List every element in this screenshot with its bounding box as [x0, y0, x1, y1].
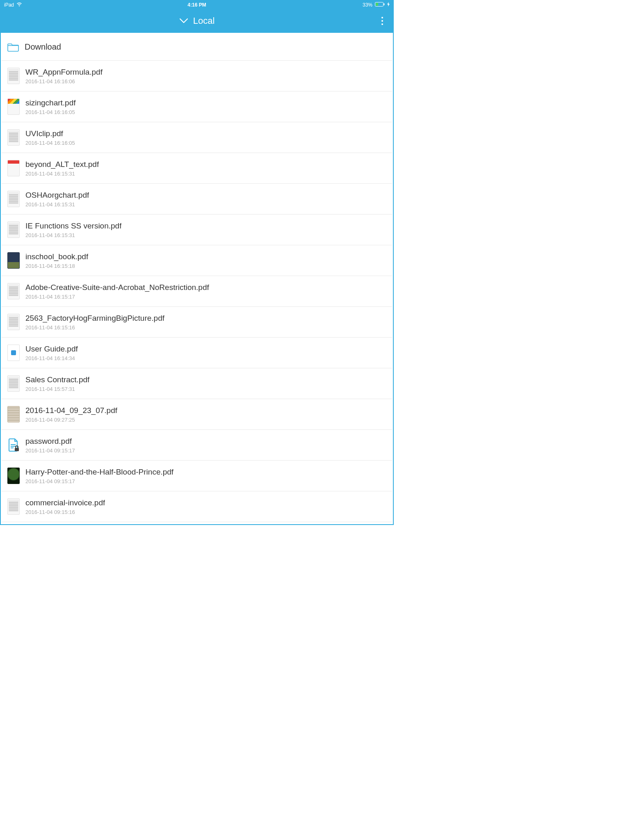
file-date: 2016-11-04 15:57:31: [25, 386, 89, 392]
file-thumbnail: [7, 129, 20, 146]
status-bar: iPad 4:16 PM 33%: [1, 1, 393, 9]
file-meta: Harry-Potter-and-the-Half-Blood-Prince.p…: [25, 468, 173, 484]
more-vertical-icon: [381, 17, 383, 25]
nav-title-dropdown[interactable]: Local: [179, 16, 215, 26]
file-row[interactable]: User Guide.pdf2016-11-04 16:14:34: [2, 338, 392, 368]
file-thumbnail: [7, 498, 20, 515]
file-meta: sizingchart.pdf2016-11-04 16:16:05: [25, 98, 76, 115]
battery-percent: 33%: [363, 2, 372, 8]
file-thumbnail: [7, 68, 20, 84]
file-meta: 2016-11-04_09_23_07.pdf2016-11-04 09:27:…: [25, 406, 117, 423]
file-date: 2016-11-04 16:15:16: [25, 324, 164, 331]
content-area: Download WR_AppnFormula.pdf2016-11-04 16…: [2, 34, 392, 523]
file-name: UVIclip.pdf: [25, 129, 75, 138]
device-label: iPad: [4, 2, 14, 8]
file-name: 2016-11-04_09_23_07.pdf: [25, 406, 117, 415]
file-name: inschool_book.pdf: [25, 252, 88, 261]
file-date: 2016-11-04 16:14:34: [25, 355, 78, 361]
file-thumbnail: [7, 406, 20, 422]
file-row[interactable]: beyond_ALT_text.pdf2016-11-04 16:15:31: [2, 153, 392, 184]
file-thumbnail: [7, 221, 20, 238]
file-date: 2016-11-04 16:15:31: [25, 171, 99, 177]
file-date: 2016-11-04 16:16:05: [25, 140, 75, 146]
file-meta: UVIclip.pdf2016-11-04 16:16:05: [25, 129, 75, 146]
folder-name: Download: [25, 42, 61, 52]
file-name: beyond_ALT_text.pdf: [25, 160, 99, 169]
file-date: 2016-11-04 16:16:05: [25, 109, 76, 115]
file-date: 2016-11-04 16:16:06: [25, 78, 103, 84]
file-thumbnail: [7, 160, 20, 176]
file-meta: User Guide.pdf2016-11-04 16:14:34: [25, 345, 78, 361]
file-name: sizingchart.pdf: [25, 98, 76, 107]
file-row[interactable]: OSHAorgchart.pdf2016-11-04 16:15:31: [2, 184, 392, 215]
file-name: Adobe-Creative-Suite-and-Acrobat_NoRestr…: [25, 283, 209, 292]
file-name: Harry-Potter-and-the-Half-Blood-Prince.p…: [25, 468, 173, 477]
file-meta: inschool_book.pdf2016-11-04 16:15:18: [25, 252, 88, 269]
file-meta: beyond_ALT_text.pdf2016-11-04 16:15:31: [25, 160, 99, 177]
file-thumbnail: [7, 98, 20, 115]
file-thumbnail: [7, 252, 20, 269]
file-thumbnail: [7, 191, 20, 207]
file-row[interactable]: password.pdf2016-11-04 09:15:17: [2, 430, 392, 461]
file-thumbnail: [7, 437, 20, 453]
file-date: 2016-11-04 09:15:17: [25, 447, 75, 454]
nav-bar: Local: [1, 9, 393, 33]
file-meta: WR_AppnFormula.pdf2016-11-04 16:16:06: [25, 68, 103, 84]
file-meta: OSHAorgchart.pdf2016-11-04 16:15:31: [25, 191, 89, 208]
svg-rect-2: [384, 3, 385, 5]
file-row[interactable]: commercial-invoice.pdf2016-11-04 09:15:1…: [2, 491, 392, 522]
file-row[interactable]: Adobe-Creative-Suite-and-Acrobat_NoRestr…: [2, 276, 392, 307]
chevron-down-icon: [179, 16, 188, 26]
file-thumbnail: [7, 375, 20, 392]
file-name: commercial-invoice.pdf: [25, 498, 105, 507]
file-date: 2016-11-04 09:15:17: [25, 478, 173, 484]
file-row[interactable]: 2563_FactoryHogFarmingBigPicture.pdf2016…: [2, 307, 392, 338]
file-row[interactable]: UVIclip.pdf2016-11-04 16:16:05: [2, 122, 392, 153]
file-name: 2563_FactoryHogFarmingBigPicture.pdf: [25, 314, 164, 323]
file-thumbnail: [7, 283, 20, 299]
file-name: Sales Contract.pdf: [25, 375, 89, 384]
file-row[interactable]: Sales Contract.pdf2016-11-04 15:57:31: [2, 368, 392, 399]
file-meta: commercial-invoice.pdf2016-11-04 09:15:1…: [25, 498, 105, 515]
file-row[interactable]: sizingchart.pdf2016-11-04 16:16:05: [2, 91, 392, 122]
file-row[interactable]: inschool_book.pdf2016-11-04 16:15:18: [2, 245, 392, 276]
svg-rect-6: [15, 448, 19, 451]
file-meta: password.pdf2016-11-04 09:15:17: [25, 437, 75, 454]
file-thumbnail: [7, 345, 20, 361]
more-menu-button[interactable]: [377, 16, 387, 26]
file-date: 2016-11-04 16:15:31: [25, 201, 89, 208]
file-name: OSHAorgchart.pdf: [25, 191, 89, 200]
file-date: 2016-11-04 16:15:17: [25, 294, 209, 300]
charging-icon: [387, 2, 390, 8]
file-meta: Sales Contract.pdf2016-11-04 15:57:31: [25, 375, 89, 392]
file-name: password.pdf: [25, 437, 75, 446]
file-name: IE Functions SS version.pdf: [25, 221, 121, 231]
folder-row[interactable]: Download: [2, 34, 392, 61]
file-name: WR_AppnFormula.pdf: [25, 68, 103, 77]
file-row[interactable]: IE Functions SS version.pdf2016-11-04 16…: [2, 215, 392, 245]
file-date: 2016-11-04 09:27:25: [25, 417, 117, 423]
file-date: 2016-11-04 16:15:31: [25, 232, 121, 238]
wifi-icon: [16, 2, 22, 8]
file-thumbnail: [7, 468, 20, 484]
file-row[interactable]: Harry-Potter-and-the-Half-Blood-Prince.p…: [2, 461, 392, 491]
svg-rect-1: [376, 3, 378, 6]
file-date: 2016-11-04 09:15:16: [25, 509, 105, 515]
file-date: 2016-11-04 16:15:18: [25, 263, 88, 269]
battery-icon: [375, 2, 385, 8]
file-meta: 2563_FactoryHogFarmingBigPicture.pdf2016…: [25, 314, 164, 331]
file-row[interactable]: 2016-11-04_09_23_07.pdf2016-11-04 09:27:…: [2, 399, 392, 430]
file-row[interactable]: WR_AppnFormula.pdf2016-11-04 16:16:06: [2, 61, 392, 91]
status-time: 4:16 PM: [187, 2, 206, 8]
file-name: User Guide.pdf: [25, 345, 78, 354]
file-list: WR_AppnFormula.pdf2016-11-04 16:16:06siz…: [2, 61, 392, 522]
file-meta: IE Functions SS version.pdf2016-11-04 16…: [25, 221, 121, 238]
nav-title: Local: [193, 16, 215, 26]
file-meta: Adobe-Creative-Suite-and-Acrobat_NoRestr…: [25, 283, 209, 300]
file-thumbnail: [7, 314, 20, 330]
folder-icon: [7, 43, 19, 52]
